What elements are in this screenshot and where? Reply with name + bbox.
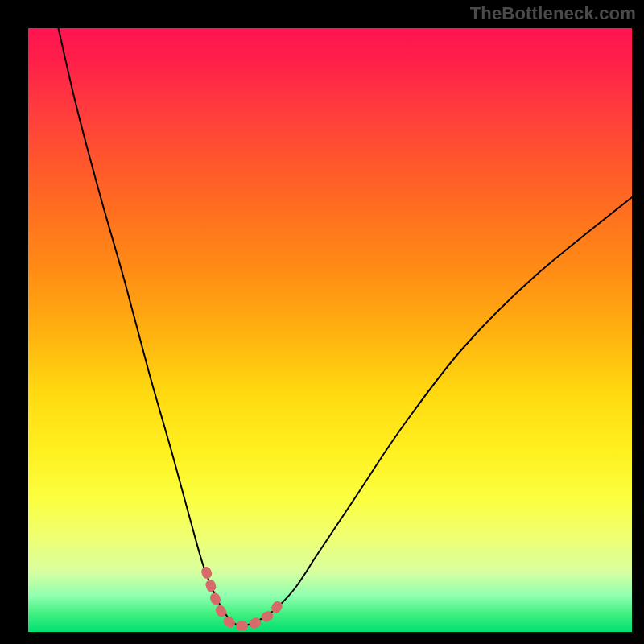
chart-svg — [28, 28, 632, 632]
valley-highlight — [206, 572, 282, 626]
plot-area — [28, 28, 632, 632]
watermark-text: TheBottleneck.com — [470, 3, 636, 24]
bottleneck-curve — [59, 28, 633, 626]
